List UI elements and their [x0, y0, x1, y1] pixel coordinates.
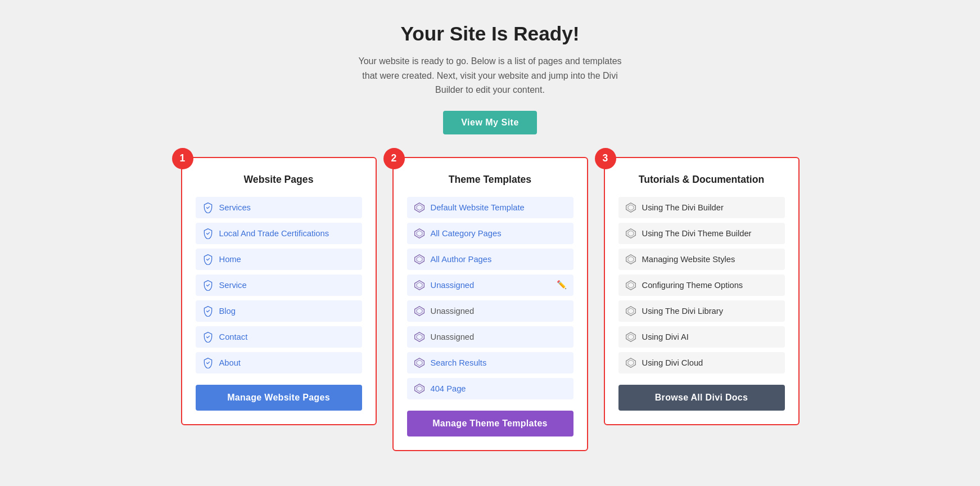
tutorials-title: Tutorials & Documentation [618, 174, 785, 186]
svg-marker-24 [626, 306, 635, 316]
columns-container: 1 Website Pages Services [181, 157, 800, 451]
svg-marker-6 [414, 280, 424, 290]
divi-icon [202, 305, 214, 317]
item-label: Unassigned [431, 307, 475, 316]
svg-marker-8 [414, 306, 424, 316]
item-link[interactable]: Using The Divi Theme Builder [642, 229, 752, 238]
header-section: Your Site Is Ready! Your website is read… [181, 22, 800, 134]
website-pages-column: 1 Website Pages Services [181, 157, 377, 425]
divi-icon [625, 280, 636, 291]
tutorials-list: Using The Divi Builder Using The Divi Th… [618, 197, 785, 374]
list-item: Using The Divi Library [618, 300, 785, 322]
list-item: Configuring Theme Options [618, 274, 785, 296]
svg-marker-14 [414, 384, 424, 393]
item-link[interactable]: Configuring Theme Options [642, 281, 743, 290]
svg-marker-25 [628, 308, 634, 314]
divi-icon [414, 228, 425, 239]
item-link[interactable]: Default Website Template [431, 203, 525, 212]
divi-icon [625, 228, 636, 239]
list-item: Search Results [407, 352, 573, 374]
svg-marker-2 [414, 228, 424, 238]
svg-marker-26 [626, 332, 635, 341]
step-badge-1: 1 [172, 148, 193, 169]
divi-icon [414, 254, 425, 265]
svg-marker-11 [417, 334, 422, 340]
item-link[interactable]: 404 Page [431, 384, 466, 393]
divi-icon [625, 202, 636, 213]
browse-all-divi-docs-button[interactable]: Browse All Divi Docs [618, 385, 785, 411]
svg-marker-9 [417, 308, 422, 314]
divi-icon [625, 254, 636, 265]
divi-icon [625, 331, 636, 343]
list-item: Contact [196, 326, 362, 348]
theme-templates-title: Theme Templates [407, 174, 573, 186]
divi-icon [414, 280, 425, 291]
list-item: Blog [196, 300, 362, 322]
svg-marker-12 [414, 358, 424, 367]
manage-website-pages-button[interactable]: Manage Website Pages [196, 385, 362, 411]
item-link[interactable]: Using Divi Cloud [642, 358, 703, 367]
divi-icon [202, 357, 214, 368]
svg-marker-0 [414, 202, 424, 212]
item-link[interactable]: Contact [219, 332, 248, 341]
svg-marker-27 [628, 334, 634, 340]
item-link[interactable]: Home [219, 255, 241, 264]
divi-icon [202, 280, 214, 291]
svg-marker-4 [414, 254, 424, 264]
svg-marker-13 [417, 360, 422, 366]
divi-icon [202, 202, 214, 213]
page-wrapper: Your Site Is Ready! Your website is read… [181, 22, 800, 451]
item-link[interactable]: Blog [219, 307, 236, 316]
list-item: Local And Trade Certifications [196, 223, 362, 244]
item-link[interactable]: Using Divi AI [642, 332, 689, 341]
list-item: Using Divi AI [618, 326, 785, 348]
divi-icon [414, 331, 425, 343]
list-item: Home [196, 249, 362, 270]
item-link[interactable]: All Category Pages [431, 229, 502, 238]
item-link[interactable]: Services [219, 203, 251, 212]
list-item: 404 Page [407, 378, 573, 399]
svg-marker-7 [417, 282, 422, 288]
list-item: Unassigned [407, 326, 573, 348]
page-title: Your Site Is Ready! [181, 22, 800, 45]
svg-marker-19 [628, 231, 634, 236]
item-link[interactable]: Using The Divi Library [642, 307, 724, 316]
header-description: Your website is ready to go. Below is a … [355, 54, 625, 97]
svg-marker-23 [628, 282, 634, 288]
list-item: Default Website Template [407, 197, 573, 218]
svg-marker-20 [626, 254, 635, 264]
list-item: About [196, 352, 362, 374]
svg-marker-10 [414, 332, 424, 341]
list-item: Managing Website Styles [618, 249, 785, 270]
svg-marker-15 [417, 386, 422, 392]
manage-theme-templates-button[interactable]: Manage Theme Templates [407, 411, 573, 436]
edit-icon[interactable]: ✏️ [557, 280, 567, 290]
divi-icon [414, 383, 425, 394]
list-item: Using The Divi Builder [618, 197, 785, 218]
list-item: Services [196, 197, 362, 218]
list-item: Using Divi Cloud [618, 352, 785, 374]
item-link[interactable]: Unassigned [431, 281, 475, 290]
divi-icon [625, 357, 636, 368]
website-pages-title: Website Pages [196, 174, 362, 186]
view-site-button[interactable]: View My Site [443, 111, 537, 134]
list-item: Unassigned [407, 300, 573, 322]
svg-marker-18 [626, 228, 635, 238]
svg-marker-1 [417, 205, 422, 210]
list-item: Service [196, 274, 362, 296]
divi-icon [202, 331, 214, 343]
list-item: All Category Pages [407, 223, 573, 244]
item-link[interactable]: About [219, 358, 241, 367]
item-link[interactable]: Using The Divi Builder [642, 203, 724, 212]
svg-marker-16 [626, 202, 635, 212]
item-link[interactable]: Service [219, 281, 247, 290]
svg-marker-5 [417, 256, 422, 262]
item-link[interactable]: Managing Website Styles [642, 255, 735, 264]
svg-marker-22 [626, 280, 635, 290]
item-link[interactable]: Local And Trade Certifications [219, 229, 329, 238]
item-link[interactable]: All Author Pages [431, 255, 492, 264]
item-link[interactable]: Search Results [431, 358, 487, 367]
step-badge-3: 3 [595, 148, 616, 169]
list-item: All Author Pages [407, 249, 573, 270]
item-label: Unassigned [431, 332, 475, 341]
